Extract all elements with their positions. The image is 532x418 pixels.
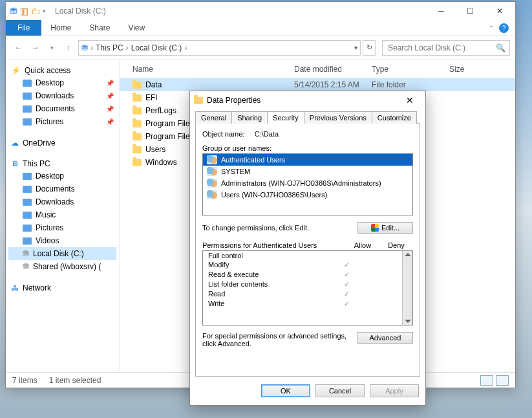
perm-deny [363, 270, 397, 279]
breadcrumb-sep-icon[interactable]: › [90, 43, 93, 52]
tab-security[interactable]: Security [267, 111, 304, 124]
advanced-hint: For special permissions or advanced sett… [202, 332, 352, 347]
breadcrumb-sep-icon[interactable]: › [184, 43, 187, 52]
address-bar[interactable]: ⛃ › This PC › Local Disk (C:) › ▾ [78, 40, 361, 56]
ribbon: File Home Share View ⌃ ? [6, 20, 515, 36]
file-row[interactable]: Data5/14/2015 2:15 AMFile folder [120, 78, 515, 91]
ribbon-tab-share[interactable]: Share [80, 20, 119, 36]
qat-properties-icon[interactable]: ▥ [20, 6, 28, 16]
column-headers[interactable]: Name Date modified Type Size [120, 60, 515, 78]
col-name[interactable]: Name [133, 65, 294, 74]
apply-button[interactable]: Apply [370, 384, 419, 397]
tab-previous-versions[interactable]: Previous Versions [304, 111, 372, 124]
help-icon[interactable]: ? [499, 23, 509, 33]
users-icon [207, 155, 217, 164]
nav-pc-localdisk[interactable]: ⛃Local Disk (C:) [8, 247, 116, 260]
nav-pc-downloads[interactable]: Downloads [8, 195, 116, 208]
view-details-button[interactable] [480, 375, 493, 386]
search-icon[interactable]: 🔍 [496, 43, 505, 52]
group-item-users[interactable]: Users (WIN-OJ7HO0386S\Users) [203, 189, 412, 201]
perm-allow: ✓ [330, 261, 363, 269]
breadcrumb-sep-icon[interactable]: › [126, 43, 129, 52]
pictures-icon [23, 225, 32, 232]
folder-icon [133, 133, 142, 140]
tab-sharing[interactable]: Sharing [231, 111, 268, 124]
group-users-list[interactable]: Authenticated Users SYSTEM Administrator… [202, 153, 413, 215]
nav-pc-desktop[interactable]: Desktop [8, 170, 116, 182]
folder-icon [133, 159, 142, 166]
group-item-authenticated[interactable]: Authenticated Users [203, 154, 412, 166]
ok-button[interactable]: OK [261, 384, 310, 397]
ribbon-expand-icon[interactable]: ⌃ [489, 25, 494, 32]
tab-customize[interactable]: Customize [372, 111, 417, 124]
qat-newfolder-icon[interactable]: 🗀 [31, 6, 40, 16]
col-date[interactable]: Date modified [294, 65, 372, 74]
minimize-button[interactable]: ─ [427, 2, 456, 20]
nav-desktop[interactable]: Desktop📌 [8, 76, 116, 89]
perm-deny [363, 300, 397, 308]
perm-name: Read & execute [208, 270, 330, 279]
nav-downloads[interactable]: Downloads📌 [8, 89, 116, 102]
search-input[interactable] [387, 43, 496, 53]
dialog-title: Data Properties [207, 96, 261, 105]
advanced-button[interactable]: Advanced [357, 332, 413, 344]
file-name: Program Files [145, 119, 194, 128]
nav-pc-shared[interactable]: ⛃Shared (\\vboxsrv) ( [8, 260, 116, 273]
cancel-button[interactable]: Cancel [315, 384, 365, 397]
folder-icon [133, 120, 142, 127]
folder-icon [133, 107, 142, 115]
edit-hint: To change permissions, click Edit. [202, 224, 357, 232]
address-dropdown-icon[interactable]: ▾ [354, 44, 357, 51]
permission-row: Full control [203, 251, 402, 260]
ribbon-tab-home[interactable]: Home [41, 20, 80, 36]
folder-icon [133, 94, 142, 102]
nav-pc-documents[interactable]: Documents [8, 182, 116, 195]
permissions-scrollbar[interactable] [402, 251, 412, 325]
col-type[interactable]: Type [372, 65, 449, 74]
qat-dropdown-icon[interactable]: ▾ [43, 8, 46, 14]
close-button[interactable]: ✕ [485, 2, 514, 20]
pin-icon: 📌 [106, 80, 114, 87]
nav-pc-videos[interactable]: Videos [8, 234, 116, 247]
titlebar[interactable]: ⛃ ▥ 🗀 ▾ Local Disk (C:) ─ ☐ ✕ [6, 2, 515, 20]
nav-this-pc[interactable]: 🖥This PC [8, 158, 116, 170]
maximize-button[interactable]: ☐ [456, 2, 485, 20]
group-users-label: Group or user names: [202, 144, 413, 152]
dialog-close-button[interactable]: ✕ [398, 93, 421, 108]
ribbon-tab-view[interactable]: View [119, 20, 154, 36]
nav-pc-music[interactable]: Music [8, 208, 116, 221]
pin-icon: 📌 [106, 93, 114, 100]
dialog-titlebar[interactable]: Data Properties ✕ [190, 91, 425, 109]
nav-pc-pictures[interactable]: Pictures [8, 221, 116, 234]
ribbon-file-tab[interactable]: File [6, 20, 41, 36]
up-button[interactable]: ↑ [61, 41, 76, 55]
edit-button[interactable]: Edit... [357, 222, 413, 234]
dialog-tabs: General Sharing Security Previous Versio… [195, 111, 420, 123]
netdrive-icon: ⛃ [23, 262, 29, 271]
object-name-value: C:\Data [255, 130, 279, 138]
group-item-admins[interactable]: Administrators (WIN-OJ7HO0386S\Administr… [203, 177, 412, 189]
users-icon [207, 167, 217, 176]
permission-row: Read✓ [203, 289, 402, 299]
nav-pictures[interactable]: Pictures📌 [8, 115, 116, 128]
window-title: Local Disk (C:) [55, 6, 106, 16]
perm-deny [363, 290, 397, 298]
forward-button[interactable]: → [28, 41, 42, 55]
recent-dropdown[interactable]: ▾ [45, 41, 59, 55]
search-box[interactable]: 🔍 [382, 40, 510, 56]
view-icons-button[interactable] [496, 375, 509, 386]
nav-onedrive[interactable]: ☁OneDrive [8, 137, 116, 149]
col-size[interactable]: Size [449, 65, 511, 74]
pictures-icon [23, 118, 32, 126]
nav-quick-access[interactable]: ⚡Quick access [8, 65, 116, 76]
back-button[interactable]: ← [11, 41, 25, 55]
tab-general[interactable]: General [195, 111, 232, 124]
drive-icon: ⛃ [81, 44, 88, 52]
nav-documents[interactable]: Documents📌 [8, 102, 116, 115]
refresh-button[interactable]: ↻ [363, 40, 376, 56]
desktop-icon [23, 173, 32, 180]
nav-network[interactable]: 🖧Network [8, 282, 116, 294]
breadcrumb-drive[interactable]: Local Disk (C:) [131, 43, 182, 52]
group-item-system[interactable]: SYSTEM [203, 166, 412, 177]
breadcrumb-thispc[interactable]: This PC [96, 43, 123, 52]
